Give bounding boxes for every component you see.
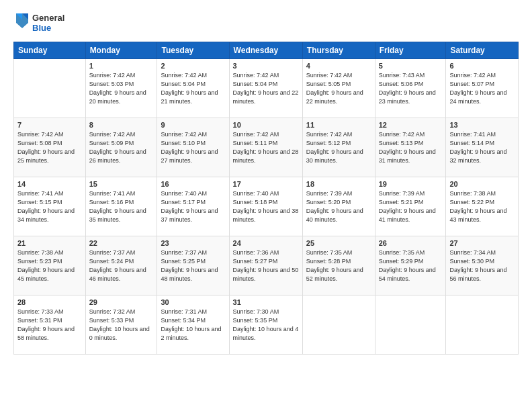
day-number: 7 (17, 121, 82, 129)
day-info: Sunrise: 7:40 AM Sunset: 5:17 PM Dayligh… (161, 189, 225, 224)
day-number: 12 (379, 121, 443, 129)
calendar-cell: 24Sunrise: 7:36 AM Sunset: 5:27 PM Dayli… (229, 236, 302, 295)
svg-text:General: General (32, 13, 64, 23)
calendar-cell: 21Sunrise: 7:38 AM Sunset: 5:23 PM Dayli… (14, 236, 86, 295)
day-info: Sunrise: 7:37 AM Sunset: 5:24 PM Dayligh… (89, 248, 154, 283)
day-info: Sunrise: 7:37 AM Sunset: 5:25 PM Dayligh… (161, 248, 225, 283)
calendar-cell: 3Sunrise: 7:42 AM Sunset: 5:04 PM Daylig… (229, 59, 302, 118)
day-number: 17 (233, 180, 299, 188)
calendar-cell: 8Sunrise: 7:42 AM Sunset: 5:09 PM Daylig… (85, 118, 157, 177)
day-number: 26 (379, 239, 443, 247)
day-info: Sunrise: 7:42 AM Sunset: 5:09 PM Dayligh… (89, 130, 154, 165)
day-info: Sunrise: 7:42 AM Sunset: 5:05 PM Dayligh… (306, 71, 371, 106)
day-number: 5 (379, 62, 443, 70)
page-header: General Blue (13, 11, 519, 35)
weekday-header: Saturday (446, 42, 519, 59)
day-number: 16 (161, 180, 225, 188)
calendar-cell: 11Sunrise: 7:42 AM Sunset: 5:12 PM Dayli… (302, 118, 375, 177)
day-info: Sunrise: 7:33 AM Sunset: 5:31 PM Dayligh… (17, 308, 82, 342)
weekday-header: Friday (375, 42, 446, 59)
day-number: 3 (233, 62, 299, 70)
weekday-header: Thursday (302, 42, 375, 59)
calendar-cell: 28Sunrise: 7:33 AM Sunset: 5:31 PM Dayli… (14, 295, 86, 355)
day-info: Sunrise: 7:42 AM Sunset: 5:11 PM Dayligh… (233, 130, 299, 165)
logo-svg: General Blue (13, 11, 67, 35)
weekday-header: Monday (85, 42, 157, 59)
calendar-cell: 30Sunrise: 7:31 AM Sunset: 5:34 PM Dayli… (157, 295, 229, 355)
calendar-cell: 29Sunrise: 7:32 AM Sunset: 5:33 PM Dayli… (85, 295, 157, 355)
day-number: 15 (89, 180, 154, 188)
calendar-cell: 17Sunrise: 7:40 AM Sunset: 5:18 PM Dayli… (229, 177, 302, 236)
day-info: Sunrise: 7:41 AM Sunset: 5:16 PM Dayligh… (89, 189, 154, 224)
calendar-week-row: 14Sunrise: 7:41 AM Sunset: 5:15 PM Dayli… (14, 177, 519, 236)
calendar-table: SundayMondayTuesdayWednesdayThursdayFrid… (13, 42, 519, 355)
day-info: Sunrise: 7:42 AM Sunset: 5:08 PM Dayligh… (17, 130, 82, 165)
calendar-cell: 14Sunrise: 7:41 AM Sunset: 5:15 PM Dayli… (14, 177, 86, 236)
calendar-cell: 9Sunrise: 7:42 AM Sunset: 5:10 PM Daylig… (157, 118, 229, 177)
day-info: Sunrise: 7:36 AM Sunset: 5:27 PM Dayligh… (233, 248, 299, 283)
day-number: 4 (306, 62, 371, 70)
day-number: 2 (161, 62, 225, 70)
calendar-cell (14, 59, 86, 118)
logo: General Blue (13, 11, 67, 35)
calendar-cell: 2Sunrise: 7:42 AM Sunset: 5:04 PM Daylig… (157, 59, 229, 118)
calendar-cell: 31Sunrise: 7:30 AM Sunset: 5:35 PM Dayli… (229, 295, 302, 355)
day-number: 30 (161, 298, 225, 306)
day-info: Sunrise: 7:42 AM Sunset: 5:03 PM Dayligh… (89, 71, 154, 106)
day-number: 25 (306, 239, 371, 247)
calendar-week-row: 7Sunrise: 7:42 AM Sunset: 5:08 PM Daylig… (14, 118, 519, 177)
calendar-cell: 22Sunrise: 7:37 AM Sunset: 5:24 PM Dayli… (85, 236, 157, 295)
day-info: Sunrise: 7:39 AM Sunset: 5:21 PM Dayligh… (379, 189, 443, 224)
weekday-header: Tuesday (157, 42, 229, 59)
calendar-cell: 13Sunrise: 7:41 AM Sunset: 5:14 PM Dayli… (446, 118, 519, 177)
day-info: Sunrise: 7:38 AM Sunset: 5:23 PM Dayligh… (17, 248, 82, 283)
calendar-cell: 19Sunrise: 7:39 AM Sunset: 5:21 PM Dayli… (375, 177, 446, 236)
day-number: 24 (233, 239, 299, 247)
calendar-cell (375, 295, 446, 355)
calendar-cell: 12Sunrise: 7:42 AM Sunset: 5:13 PM Dayli… (375, 118, 446, 177)
day-info: Sunrise: 7:34 AM Sunset: 5:30 PM Dayligh… (449, 248, 515, 283)
day-number: 28 (17, 298, 82, 306)
calendar-cell: 26Sunrise: 7:35 AM Sunset: 5:29 PM Dayli… (375, 236, 446, 295)
day-info: Sunrise: 7:42 AM Sunset: 5:12 PM Dayligh… (306, 130, 371, 165)
day-number: 20 (449, 180, 515, 188)
day-info: Sunrise: 7:41 AM Sunset: 5:14 PM Dayligh… (449, 130, 515, 165)
day-number: 27 (449, 239, 515, 247)
day-number: 29 (89, 298, 154, 306)
calendar-week-row: 28Sunrise: 7:33 AM Sunset: 5:31 PM Dayli… (14, 295, 519, 355)
day-number: 9 (161, 121, 225, 129)
calendar-cell: 4Sunrise: 7:42 AM Sunset: 5:05 PM Daylig… (302, 59, 375, 118)
day-info: Sunrise: 7:35 AM Sunset: 5:29 PM Dayligh… (379, 248, 443, 283)
calendar-cell: 23Sunrise: 7:37 AM Sunset: 5:25 PM Dayli… (157, 236, 229, 295)
calendar-week-row: 1Sunrise: 7:42 AM Sunset: 5:03 PM Daylig… (14, 59, 519, 118)
day-number: 14 (17, 180, 82, 188)
day-info: Sunrise: 7:39 AM Sunset: 5:20 PM Dayligh… (306, 189, 371, 224)
day-number: 23 (161, 239, 225, 247)
calendar-cell: 27Sunrise: 7:34 AM Sunset: 5:30 PM Dayli… (446, 236, 519, 295)
day-number: 18 (306, 180, 371, 188)
calendar-cell: 1Sunrise: 7:42 AM Sunset: 5:03 PM Daylig… (85, 59, 157, 118)
day-number: 10 (233, 121, 299, 129)
day-number: 11 (306, 121, 371, 129)
day-number: 13 (449, 121, 515, 129)
weekday-header: Wednesday (229, 42, 302, 59)
calendar-week-row: 21Sunrise: 7:38 AM Sunset: 5:23 PM Dayli… (14, 236, 519, 295)
day-number: 21 (17, 239, 82, 247)
day-info: Sunrise: 7:38 AM Sunset: 5:22 PM Dayligh… (449, 189, 515, 224)
day-info: Sunrise: 7:30 AM Sunset: 5:35 PM Dayligh… (233, 308, 299, 342)
weekday-header-row: SundayMondayTuesdayWednesdayThursdayFrid… (14, 42, 519, 59)
day-info: Sunrise: 7:35 AM Sunset: 5:28 PM Dayligh… (306, 248, 371, 283)
day-info: Sunrise: 7:42 AM Sunset: 5:13 PM Dayligh… (379, 130, 443, 165)
day-number: 6 (449, 62, 515, 70)
day-number: 1 (89, 62, 154, 70)
day-info: Sunrise: 7:32 AM Sunset: 5:33 PM Dayligh… (89, 308, 154, 342)
day-info: Sunrise: 7:41 AM Sunset: 5:15 PM Dayligh… (17, 189, 82, 224)
calendar-cell: 18Sunrise: 7:39 AM Sunset: 5:20 PM Dayli… (302, 177, 375, 236)
day-info: Sunrise: 7:42 AM Sunset: 5:10 PM Dayligh… (161, 130, 225, 165)
calendar-cell: 10Sunrise: 7:42 AM Sunset: 5:11 PM Dayli… (229, 118, 302, 177)
day-number: 31 (233, 298, 299, 306)
calendar-cell: 15Sunrise: 7:41 AM Sunset: 5:16 PM Dayli… (85, 177, 157, 236)
day-number: 8 (89, 121, 154, 129)
calendar-cell: 25Sunrise: 7:35 AM Sunset: 5:28 PM Dayli… (302, 236, 375, 295)
day-info: Sunrise: 7:42 AM Sunset: 5:04 PM Dayligh… (233, 71, 299, 106)
